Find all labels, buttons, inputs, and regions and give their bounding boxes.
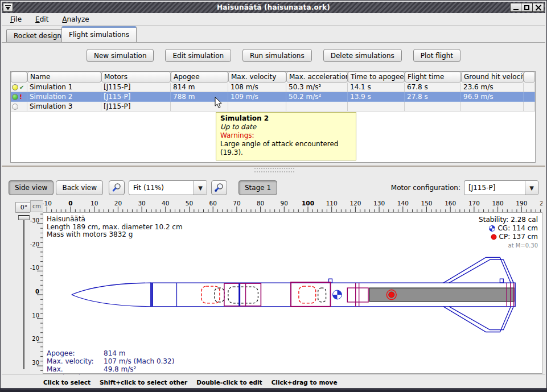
menu-file[interactable]: File (7, 14, 24, 24)
chevron-down-icon: ▼ (525, 181, 538, 195)
svg-text:20: 20 (32, 336, 39, 342)
cell-ground-hit-velocity (461, 102, 524, 112)
cell-flight-time (405, 102, 461, 112)
rotation-slider-handle[interactable] (18, 215, 30, 220)
cell-name: Simulation 1 (27, 82, 101, 92)
max-velocity-value: 107 m/s (Mach 0.32) (104, 357, 174, 365)
menu-bar: File Edit Analyze (2, 13, 545, 26)
tooltip-warning-text: Large angle of attack encountered (19.3)… (220, 140, 352, 157)
rocket-view-panel: 0° cm -100102030405060708090100110120130… (2, 197, 545, 374)
svg-text:150: 150 (421, 200, 432, 207)
rotation-slider-track[interactable] (23, 217, 24, 369)
svg-text:110: 110 (326, 200, 338, 207)
header-motors[interactable]: Motors (101, 72, 171, 82)
hint-double-click: Double-click to edit (196, 379, 262, 386)
delete-simulations-button[interactable]: Delete simulations (323, 49, 402, 62)
motor-configuration-select[interactable]: [J115-P] ▼ (464, 180, 538, 195)
view-toolbar: Side view Back view Fit (11%) ▼ Stage 1 … (2, 178, 545, 197)
cg-icon (489, 225, 495, 232)
header-status[interactable] (11, 72, 27, 82)
apogee-value: 814 m (104, 349, 125, 357)
inner-tube[interactable] (347, 288, 368, 302)
svg-text:70: 70 (233, 200, 240, 207)
header-flight-time[interactable]: Flight time (405, 72, 461, 82)
back-view-button[interactable]: Back view (56, 180, 103, 195)
cell-max-velocity (228, 102, 286, 112)
run-simulations-button[interactable]: Run simulations (242, 49, 312, 62)
svg-text:140: 140 (397, 200, 409, 207)
hint-shift-click: Shift+click to select other (100, 379, 187, 386)
mouse-cursor (215, 97, 223, 111)
horizontal-ruler: -100102030405060708090100110120130140150… (43, 200, 542, 212)
parachute[interactable] (201, 286, 220, 303)
table-row-simulation-3[interactable]: Simulation 3 [J115-P] (11, 102, 535, 112)
nose-cone[interactable] (72, 283, 151, 307)
new-simulation-button[interactable]: New simulation (87, 49, 154, 62)
cp-icon (491, 234, 497, 240)
svg-text:100: 100 (302, 200, 314, 207)
header-max-velocity[interactable]: Max. velocity (228, 72, 286, 82)
svg-text:170: 170 (468, 200, 480, 207)
table-row-simulation-2[interactable]: ! Simulation 2 [J115-P] 788 m 109 m/s 50… (11, 92, 535, 102)
shock-cord[interactable] (318, 288, 326, 302)
splitter-handle[interactable] (254, 168, 294, 172)
cell-max-acceleration (286, 102, 348, 112)
close-button[interactable] (533, 3, 544, 12)
status-stale-icon (12, 84, 18, 90)
zoom-in-button[interactable] (211, 180, 227, 195)
header-max-acceleration[interactable]: Max. acceleration (286, 72, 348, 82)
edit-simulation-button[interactable]: Edit simulation (165, 49, 231, 62)
fin-lower[interactable] (443, 307, 511, 332)
title-bar[interactable]: Haisunäätä (haisunaata.ork) (2, 2, 545, 13)
parachute[interactable] (299, 286, 316, 303)
rocket-dimensions: Length 189 cm, max. diameter 10.2 cm (47, 224, 183, 232)
svg-text:-20: -20 (30, 241, 39, 247)
simulation-actions: New simulation Edit simulation Run simul… (2, 49, 545, 62)
header-name[interactable]: Name (27, 72, 101, 82)
cell-ground-hit-velocity: 23.6 m/s (461, 82, 524, 92)
status-cell: ✔ (11, 82, 27, 92)
plot-flight-button[interactable]: Plot flight (413, 49, 460, 62)
side-view-button[interactable]: Side view (9, 180, 54, 195)
maximize-button[interactable] (521, 3, 533, 12)
tab-flight-simulations[interactable]: Flight simulations (61, 26, 137, 42)
status-cell: ! (11, 92, 27, 102)
chute-in-coupler[interactable] (228, 287, 258, 303)
cell-max-velocity: 109 m/s (228, 92, 286, 102)
svg-text:50: 50 (186, 200, 193, 207)
vertical-ruler: -30-20-100102030 (30, 212, 43, 374)
header-time-to-apogee[interactable]: Time to apogee (348, 72, 405, 82)
menu-edit[interactable]: Edit (32, 14, 51, 24)
rocket-mass: Mass with motors 3832 g (47, 231, 183, 239)
magnifier-plus-icon (214, 183, 224, 193)
launch-lug[interactable] (500, 279, 503, 283)
tab-rocket-design[interactable]: Rocket design (6, 29, 69, 42)
tooltip-state: Up to date (220, 123, 352, 131)
cell-max-velocity: 108 m/s (228, 82, 286, 92)
tooltip-warnings-label: Warnings: (220, 131, 352, 140)
status-cell (11, 102, 27, 112)
fin-upper-far[interactable] (449, 259, 513, 283)
zoom-select[interactable]: Fit (11%) ▼ (129, 180, 207, 195)
menu-analyze[interactable]: Analyze (59, 14, 92, 24)
minimize-button[interactable] (510, 3, 521, 12)
svg-text:-10: -10 (30, 265, 39, 271)
stage-1-toggle[interactable]: Stage 1 (238, 180, 277, 195)
cell-time-to-apogee (348, 102, 405, 112)
svg-text:160: 160 (445, 200, 456, 207)
header-apogee[interactable]: Apogee (171, 72, 228, 82)
rocket-canvas[interactable]: Haisunäätä Length 189 cm, max. diameter … (43, 212, 542, 374)
svg-text:60: 60 (209, 200, 217, 207)
header-ground-hit-velocity[interactable]: Ground hit velocity (461, 72, 524, 82)
zoom-out-button[interactable] (109, 180, 125, 195)
svg-text:20: 20 (114, 200, 122, 207)
fin-lower-far[interactable] (449, 307, 513, 330)
cell-apogee: 814 m (171, 82, 228, 92)
splitter-line (2, 166, 545, 167)
zoom-value: Fit (11%) (129, 184, 194, 192)
cell-ground-hit-velocity: 96.9 m/s (461, 92, 524, 102)
window-bottom-border (1, 388, 546, 391)
svg-text:200: 200 (540, 200, 542, 207)
status-bar: Click to select Shift+click to select ot… (2, 374, 545, 389)
table-row-simulation-1[interactable]: ✔ Simulation 1 [J115-P] 814 m 108 m/s 50… (11, 82, 535, 92)
